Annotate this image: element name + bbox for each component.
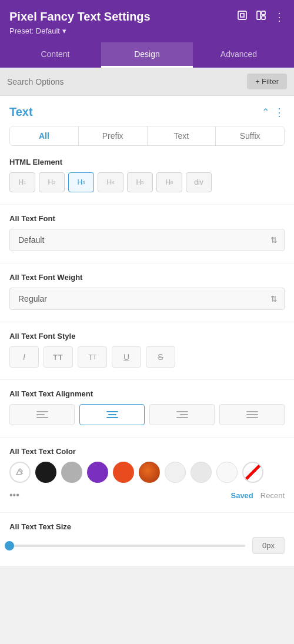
capture-icon[interactable] xyxy=(236,9,248,24)
font-style-group: All Text Font Style I TT TT U S xyxy=(0,332,294,379)
color-tabs: ••• Saved Recent xyxy=(9,490,285,500)
sub-tab-prefix[interactable]: Prefix xyxy=(79,126,148,145)
header-icons: ⋮ xyxy=(236,9,285,24)
filter-button[interactable]: + Filter xyxy=(247,74,287,89)
align-center-icon xyxy=(106,411,118,418)
h3-button[interactable]: H3 xyxy=(68,172,94,192)
align-right-button[interactable] xyxy=(149,404,215,425)
font-group: All Text Font Default Arial Helvetica Ti… xyxy=(0,214,294,263)
align-justify-button[interactable] xyxy=(219,404,285,425)
text-color-label: All Text Text Color xyxy=(9,447,285,456)
text-color-group: All Text Text Color ••• Saved Recent xyxy=(0,447,294,512)
search-input[interactable] xyxy=(7,77,242,86)
color-gray-swatch[interactable] xyxy=(61,462,82,483)
font-weight-select-wrapper: Regular Thin Light Medium SemiBold Bold … xyxy=(9,288,285,310)
font-style-label: All Text Font Style xyxy=(9,332,285,341)
main-content: Text ⌃ ⋮ All Prefix Text Suffix HTML Ele… xyxy=(0,96,294,566)
slider-row: 0px xyxy=(9,537,285,554)
font-weight-group: All Text Font Weight Regular Thin Light … xyxy=(0,273,294,322)
app-title: Pixel Fancy Text Settings xyxy=(9,10,151,24)
svg-rect-2 xyxy=(257,11,260,19)
font-select-wrapper: Default Arial Helvetica Times New Roman … xyxy=(9,229,285,251)
recent-tab[interactable]: Recent xyxy=(260,491,285,500)
html-element-group: HTML Element H1 H2 H3 H4 H5 H6 div xyxy=(0,158,294,204)
color-picker-button[interactable] xyxy=(9,462,31,483)
alignment-buttons xyxy=(9,404,285,425)
color-purple-swatch[interactable] xyxy=(87,462,108,483)
slider-track[interactable] xyxy=(9,545,245,547)
html-element-buttons: H1 H2 H3 H4 H5 H6 div xyxy=(9,172,285,192)
color-white-swatch[interactable] xyxy=(216,462,238,483)
color-darkorange-swatch[interactable] xyxy=(139,462,160,483)
layout-icon[interactable] xyxy=(255,9,267,24)
sub-tabs: All Prefix Text Suffix xyxy=(9,126,285,146)
sub-tab-text[interactable]: Text xyxy=(148,126,216,145)
svg-rect-1 xyxy=(240,14,244,17)
sub-tab-suffix[interactable]: Suffix xyxy=(216,126,284,145)
html-element-label: HTML Element xyxy=(9,158,285,166)
tab-advanced[interactable]: Advanced xyxy=(193,42,285,68)
saved-tab[interactable]: Saved xyxy=(230,491,253,500)
color-lightgray-swatch[interactable] xyxy=(165,462,186,483)
align-right-icon xyxy=(176,411,188,418)
app-header: Pixel Fancy Text Settings ⋮ Preset: Defa… xyxy=(0,0,294,68)
color-none-swatch[interactable] xyxy=(242,462,263,483)
h5-button[interactable]: H5 xyxy=(127,172,153,192)
tab-design[interactable]: Design xyxy=(101,42,193,68)
align-left-button[interactable] xyxy=(9,404,75,425)
more-menu-icon[interactable]: ⋮ xyxy=(274,11,285,24)
sub-tab-all[interactable]: All xyxy=(10,126,79,145)
h4-button[interactable]: H4 xyxy=(98,172,123,192)
text-size-label: All Text Text Size xyxy=(9,522,285,531)
color-silver-swatch[interactable] xyxy=(191,462,212,483)
search-bar: + Filter xyxy=(0,68,294,96)
color-more-button[interactable]: ••• xyxy=(9,490,19,500)
text-alignment-label: All Text Text Alignment xyxy=(9,389,285,398)
capitalize-button[interactable]: TT xyxy=(78,346,107,368)
font-label: All Text Font xyxy=(9,214,285,223)
underline-button[interactable]: U xyxy=(112,346,141,368)
font-select[interactable]: Default Arial Helvetica Times New Roman … xyxy=(9,229,285,251)
main-tabs: Content Design Advanced xyxy=(9,42,285,68)
color-black-swatch[interactable] xyxy=(35,462,56,483)
preset-label[interactable]: Preset: Default xyxy=(9,26,285,35)
header-top: Pixel Fancy Text Settings ⋮ xyxy=(9,9,285,24)
text-size-group: All Text Text Size 0px xyxy=(0,522,294,566)
align-justify-icon xyxy=(246,411,258,418)
slider-thumb[interactable] xyxy=(5,541,14,550)
font-style-buttons: I TT TT U S xyxy=(9,346,285,368)
svg-rect-0 xyxy=(238,11,246,19)
align-left-icon xyxy=(36,411,48,418)
h6-button[interactable]: H6 xyxy=(156,172,182,192)
h1-button[interactable]: H1 xyxy=(9,172,35,192)
div-button[interactable]: div xyxy=(186,172,212,192)
color-orange-swatch[interactable] xyxy=(113,462,134,483)
svg-rect-4 xyxy=(262,16,265,19)
color-palette xyxy=(9,462,285,483)
align-center-button[interactable] xyxy=(79,404,145,425)
uppercase-button[interactable]: TT xyxy=(44,346,73,368)
font-weight-label: All Text Font Weight xyxy=(9,273,285,282)
font-weight-select[interactable]: Regular Thin Light Medium SemiBold Bold … xyxy=(9,288,285,310)
strikethrough-button[interactable]: S xyxy=(146,346,175,368)
slider-value: 0px xyxy=(252,537,285,554)
text-alignment-group: All Text Text Alignment xyxy=(0,389,294,437)
section-header: Text ⌃ ⋮ xyxy=(0,96,294,126)
svg-rect-3 xyxy=(262,11,265,15)
section-title: Text xyxy=(9,105,33,119)
collapse-icon[interactable]: ⌃ xyxy=(262,106,269,118)
section-controls: ⌃ ⋮ xyxy=(262,106,285,119)
tab-content[interactable]: Content xyxy=(9,42,101,68)
h2-button[interactable]: H2 xyxy=(39,172,65,192)
section-menu-icon[interactable]: ⋮ xyxy=(274,106,285,119)
italic-button[interactable]: I xyxy=(9,346,39,368)
